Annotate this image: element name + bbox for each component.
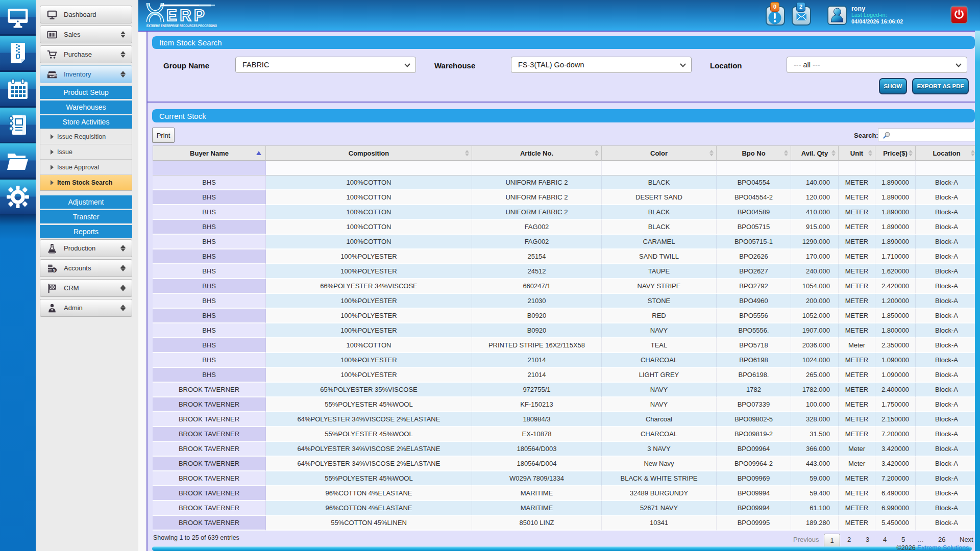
svg-text:$: $ [53,267,56,272]
svg-text:EXTREME ENTERPRISE RECOURCES P: EXTREME ENTERPRISE RECOURCES PROCESSING [146,24,217,28]
svg-text:ERP: ERP [166,7,207,24]
